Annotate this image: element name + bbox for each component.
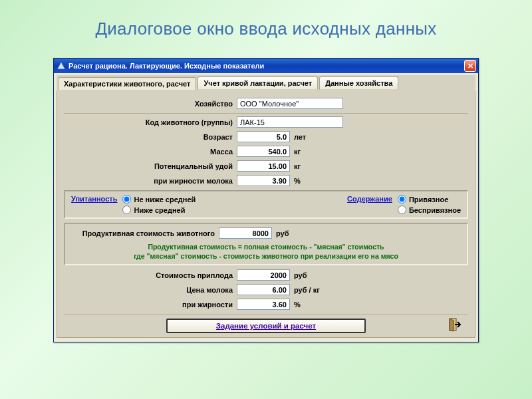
client-area: Характеристики животного, расчет Учет кр… <box>54 73 478 342</box>
label-yield: Потенциальный удой <box>64 162 237 170</box>
row-milk-fat: при жирности % <box>64 299 468 310</box>
window-title: Расчет рациона. Лактирующие. Исходные по… <box>68 62 464 70</box>
calculate-button[interactable]: Задание условий и расчет <box>166 319 366 333</box>
input-age[interactable] <box>237 131 290 142</box>
radio-condition-opt1-text: Не ниже средней <box>134 196 196 203</box>
input-fat[interactable] <box>237 175 290 186</box>
svg-marker-2 <box>450 319 454 331</box>
radio-housing-opt2-label[interactable]: Беспривязное <box>398 205 461 214</box>
label-milk-fat: при жирности <box>64 301 237 309</box>
group-housing: Содержание Привязное Беспривязное <box>347 195 461 214</box>
input-mass[interactable] <box>237 146 290 157</box>
unit-milk-price: руб / кг <box>294 286 320 294</box>
radio-housing-opt1[interactable] <box>398 195 406 203</box>
radio-condition-opt2-label[interactable]: Ниже средней <box>122 205 196 214</box>
tab-lactation-curve[interactable]: Учет кривой лактации, расчет <box>198 76 318 90</box>
input-prod-cost[interactable] <box>219 227 272 239</box>
input-yield[interactable] <box>237 160 290 172</box>
footer-bar: Задание условий и расчет <box>64 317 468 333</box>
row-offspring: Стоимость приплода руб <box>64 269 468 281</box>
row-farm: Хозяйство <box>64 98 468 109</box>
row-age: Возраст лет <box>64 131 468 142</box>
unit-yield: кг <box>294 162 301 170</box>
label-fat: при жирности молока <box>64 177 237 185</box>
label-farm: Хозяйство <box>64 100 237 108</box>
slide-title: Диалоговое окно ввода исходных данных <box>0 19 532 39</box>
label-prod-cost: Продуктивная стоимость животного <box>71 229 219 237</box>
input-farm[interactable] <box>237 98 343 109</box>
note-prod-cost: Продуктивная стоимость = полная стоимост… <box>71 242 461 261</box>
door-exit-icon <box>446 317 462 332</box>
close-button[interactable]: ✕ <box>464 60 476 72</box>
close-icon: ✕ <box>467 62 473 70</box>
separator <box>64 113 468 114</box>
row-mass: Масса кг <box>64 146 468 157</box>
separator-bottom <box>64 314 468 315</box>
row-yield: Потенциальный удой кг <box>64 160 468 172</box>
input-milk-fat[interactable] <box>237 299 290 310</box>
input-milk-price[interactable] <box>237 284 290 295</box>
panel-options: Упитанность Не ниже средней Ниже средней <box>64 190 468 219</box>
link-condition[interactable]: Упитанность <box>71 195 117 203</box>
radio-condition-opt1[interactable] <box>122 195 131 203</box>
app-icon <box>57 61 66 70</box>
unit-milk-fat: % <box>294 301 301 309</box>
radio-condition-opt2[interactable] <box>122 205 131 214</box>
link-housing[interactable]: Содержание <box>347 195 392 203</box>
unit-fat: % <box>294 177 301 185</box>
unit-mass: кг <box>294 148 301 156</box>
title-bar: Расчет рациона. Лактирующие. Исходные по… <box>54 59 478 73</box>
panel-prod-cost: Продуктивная стоимость животного руб Про… <box>64 223 468 265</box>
unit-age: лет <box>294 133 306 141</box>
radio-housing-opt2-text: Беспривязное <box>409 206 461 214</box>
tab-characteristics[interactable]: Характеристики животного, расчет <box>58 77 196 90</box>
radio-housing-opt2[interactable] <box>398 205 406 214</box>
tab-content: Хозяйство Код животного (группы) Возраст… <box>57 91 475 338</box>
radio-condition-opt2-text: Ниже средней <box>134 206 185 214</box>
radio-housing-opt1-label[interactable]: Привязное <box>398 195 461 203</box>
radio-condition-opt1-label[interactable]: Не ниже средней <box>122 195 196 203</box>
radio-housing-opt1-text: Привязное <box>409 196 448 203</box>
row-milk-price: Цена молока руб / кг <box>64 284 468 295</box>
row-animal-id: Код животного (группы) <box>64 116 468 128</box>
label-offspring: Стоимость приплода <box>64 271 237 279</box>
input-animal-id[interactable] <box>237 116 343 128</box>
svg-marker-0 <box>57 62 65 69</box>
row-fat: при жирности молока % <box>64 175 468 186</box>
row-prod-cost: Продуктивная стоимость животного руб <box>71 227 461 239</box>
group-condition: Упитанность Не ниже средней Ниже средней <box>71 195 196 214</box>
label-milk-price: Цена молока <box>64 286 237 294</box>
dialog-window: Расчет рациона. Лактирующие. Исходные по… <box>53 58 479 342</box>
note-line1: Продуктивная стоимость = полная стоимост… <box>71 242 461 251</box>
label-animal-id: Код животного (группы) <box>64 118 237 126</box>
label-mass: Масса <box>64 148 237 156</box>
tab-bar: Характеристики животного, расчет Учет кр… <box>57 75 475 91</box>
unit-offspring: руб <box>294 271 307 279</box>
note-line2: где "мясная" стоимость - стоимость живот… <box>71 251 461 261</box>
input-offspring[interactable] <box>237 269 290 281</box>
tab-farm-data[interactable]: Данные хозяйства <box>319 76 398 90</box>
label-age: Возраст <box>64 133 237 141</box>
unit-prod-cost: руб <box>276 229 289 237</box>
exit-button[interactable] <box>446 317 462 332</box>
